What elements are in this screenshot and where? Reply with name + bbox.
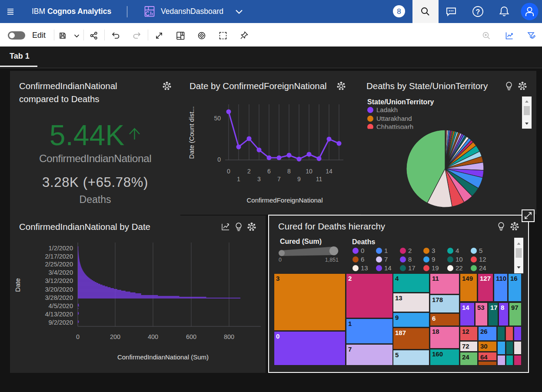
- svg-text:9: 9: [297, 176, 301, 183]
- svg-text:6: 6: [361, 256, 364, 263]
- svg-text:3: 3: [432, 247, 435, 254]
- svg-text:7: 7: [277, 176, 281, 183]
- svg-text:State/UnionTerritory: State/UnionTerritory: [367, 98, 434, 106]
- svg-text:3: 3: [257, 176, 261, 183]
- svg-text:9: 9: [432, 256, 435, 263]
- svg-text:Deaths: Deaths: [352, 238, 375, 246]
- svg-text:8: 8: [408, 256, 412, 263]
- svg-text:1: 1: [384, 247, 388, 254]
- svg-text:3/4/2020: 3/4/2020: [49, 269, 73, 276]
- svg-text:24: 24: [479, 264, 486, 272]
- svg-text:1: 1: [237, 176, 240, 183]
- svg-text:200: 200: [110, 333, 120, 340]
- svg-text:0: 0: [227, 168, 230, 175]
- svg-text:8: 8: [287, 168, 291, 175]
- svg-text:4/5/2020: 4/5/2020: [49, 302, 73, 309]
- svg-text:3/20/2020: 3/20/2020: [45, 286, 73, 293]
- svg-text:3/12/2020: 3/12/2020: [45, 277, 73, 284]
- svg-text:50: 50: [214, 115, 221, 122]
- svg-text:3.28K (+65.78%): 3.28K (+65.78%): [42, 175, 148, 190]
- svg-text:4/13/2020: 4/13/2020: [45, 311, 73, 318]
- svg-text:ConfirmedIndianNational: ConfirmedIndianNational: [19, 81, 117, 91]
- svg-text:7: 7: [384, 256, 388, 263]
- svg-text:10: 10: [456, 256, 463, 263]
- svg-text:Date by ConfirmedForeignNation: Date by ConfirmedForeignNational: [190, 81, 327, 91]
- svg-text:400: 400: [148, 333, 158, 340]
- svg-text:9/2/2020: 9/2/2020: [49, 319, 73, 326]
- svg-text:5: 5: [479, 247, 482, 254]
- svg-text:5.44K: 5.44K: [50, 119, 124, 151]
- svg-text:Date: Date: [14, 278, 21, 292]
- svg-text:2: 2: [408, 247, 412, 254]
- svg-text:0: 0: [279, 257, 282, 263]
- svg-text:19: 19: [432, 264, 439, 272]
- svg-text:1,851: 1,851: [325, 257, 339, 263]
- svg-text:2/17/2020: 2/17/2020: [45, 253, 73, 260]
- svg-text:4: 4: [456, 247, 459, 254]
- svg-text:6: 6: [267, 168, 271, 175]
- svg-text:22: 22: [456, 264, 463, 272]
- svg-text:0: 0: [217, 156, 221, 163]
- svg-text:ConfirmedIndianNational by Dat: ConfirmedIndianNational by Date: [19, 222, 150, 232]
- svg-text:Deaths by State/UnionTerritory: Deaths by State/UnionTerritory: [366, 81, 488, 91]
- svg-text:ConfirmedIndianNational: ConfirmedIndianNational: [39, 153, 151, 164]
- svg-text:Cured for Deaths hierarchy: Cured for Deaths hierarchy: [278, 221, 386, 231]
- svg-text:13: 13: [361, 264, 368, 272]
- svg-text:800: 800: [224, 333, 234, 340]
- svg-text:compared to Deaths: compared to Deaths: [19, 94, 100, 104]
- svg-text:14: 14: [384, 264, 392, 272]
- svg-text:Uttarakhand: Uttarakhand: [376, 115, 412, 122]
- svg-text:14: 14: [326, 168, 333, 175]
- svg-text:ConfirmedIndianNational (Sum): ConfirmedIndianNational (Sum): [117, 353, 209, 361]
- svg-text:0: 0: [76, 333, 80, 340]
- svg-text:Cured (Sum): Cured (Sum): [280, 238, 322, 245]
- svg-text:11: 11: [316, 176, 323, 183]
- svg-text:Deaths: Deaths: [80, 194, 111, 205]
- svg-text:Date (Count dist...: Date (Count dist...: [188, 106, 195, 159]
- svg-text:17: 17: [408, 264, 416, 272]
- svg-text:0: 0: [361, 247, 364, 254]
- svg-text:600: 600: [186, 333, 196, 340]
- svg-text:10: 10: [306, 168, 313, 175]
- svg-text:12: 12: [479, 256, 486, 263]
- svg-text:3/28/2020: 3/28/2020: [45, 294, 73, 301]
- svg-text:1/2/2020: 1/2/2020: [49, 245, 73, 252]
- svg-text:ConfirmedForeignNational: ConfirmedForeignNational: [246, 196, 323, 204]
- svg-text:Ladakh: Ladakh: [376, 106, 398, 113]
- svg-text:2/25/2020: 2/25/2020: [45, 261, 73, 268]
- svg-text:2: 2: [247, 168, 251, 175]
